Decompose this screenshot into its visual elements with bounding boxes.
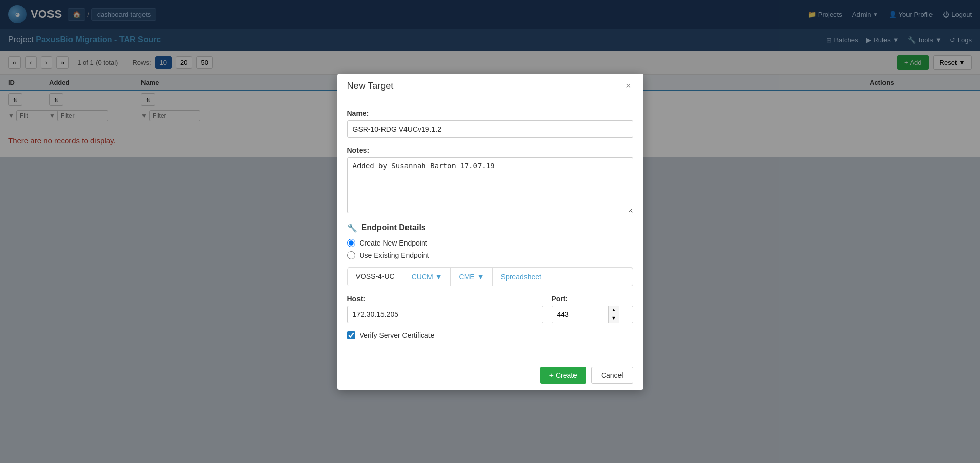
name-input[interactable]: [347, 120, 633, 138]
modal-header: New Target ×: [337, 74, 643, 99]
modal-title: New Target: [347, 81, 394, 91]
name-form-group: Name:: [347, 109, 633, 138]
modal-overlay: New Target × Name: Notes: Added by Susan…: [0, 0, 980, 157]
notes-form-group: Notes: Added by Susannah Barton 17.07.19: [347, 146, 633, 158]
new-target-modal: New Target × Name: Notes: Added by Susan…: [337, 74, 643, 158]
modal-body: Name: Notes: Added by Susannah Barton 17…: [337, 99, 643, 158]
notes-label: Notes:: [347, 146, 633, 154]
modal-close-button[interactable]: ×: [624, 81, 633, 91]
name-label: Name:: [347, 109, 633, 117]
notes-input[interactable]: Added by Susannah Barton 17.07.19: [347, 157, 633, 158]
